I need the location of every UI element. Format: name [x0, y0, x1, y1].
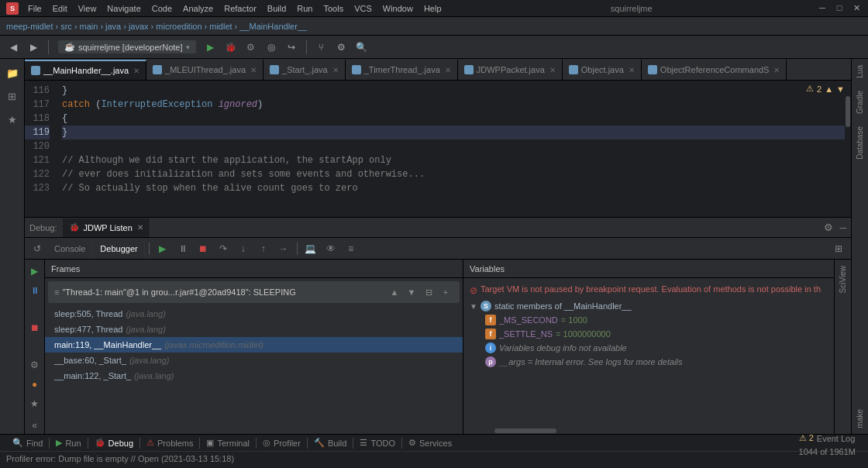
var-ms-second[interactable]: f _MS_SECOND = 1000 — [463, 313, 834, 327]
debug-layout[interactable]: ⊞ — [829, 239, 848, 258]
tab-object[interactable]: Object.java ✕ — [563, 60, 642, 80]
toolbar-forward[interactable]: ▶ — [25, 39, 42, 56]
tab-close-6[interactable]: ✕ — [773, 66, 780, 74]
debug-side-resume[interactable]: ▶ — [26, 263, 43, 280]
menu-vcs[interactable]: VCS — [350, 2, 377, 15]
editor-scrollbar[interactable] — [845, 81, 851, 217]
search-everywhere[interactable]: 🔍 — [353, 39, 370, 56]
tab-close-4[interactable]: ✕ — [549, 66, 556, 74]
debug-restart[interactable]: ↺ — [28, 239, 46, 258]
tab-close-1[interactable]: ✕ — [250, 66, 257, 74]
tab-objectref[interactable]: ObjectReferenceCommandS ✕ — [642, 60, 787, 80]
status-run[interactable]: ▶ Run — [50, 435, 87, 452]
right-tab-gradle[interactable]: Gradle — [852, 84, 867, 120]
debug-step-into[interactable]: ↓ — [234, 239, 253, 258]
variables-hscroll[interactable] — [463, 428, 834, 434]
tab-mleuithread[interactable]: _MLEUIThread_.java ✕ — [146, 60, 264, 80]
vcs-button[interactable]: ⑂ — [313, 39, 330, 56]
thread-filter[interactable]: ⊟ — [421, 284, 436, 300]
frame-4[interactable]: __main:122, _Start_ (java.lang) — [45, 368, 463, 384]
menu-analyze[interactable]: Analyze — [178, 2, 218, 15]
menu-tools[interactable]: Tools — [319, 2, 348, 15]
debug-evaluate[interactable]: 💻 — [301, 239, 320, 258]
frame-0[interactable]: sleep:505, Thread (java.lang) — [45, 306, 463, 322]
step-over[interactable]: ↪ — [283, 39, 300, 56]
debug-run-button[interactable]: 🐞 — [222, 39, 239, 56]
close-button[interactable]: ✕ — [851, 3, 862, 13]
frame-3[interactable]: __base:60, _Start_ (java.lang) — [45, 353, 463, 368]
tab-debugger[interactable]: Debugger — [94, 239, 144, 259]
status-build[interactable]: 🔨 Build — [308, 435, 353, 452]
right-tab-lua[interactable]: Lua — [852, 59, 867, 84]
settings-button[interactable]: ⚙ — [333, 39, 350, 56]
maximize-button[interactable]: □ — [834, 3, 845, 13]
thread-up[interactable]: ▲ — [387, 284, 402, 300]
breadcrumb-part-3[interactable]: java — [105, 22, 121, 31]
menu-help[interactable]: Help — [419, 2, 446, 15]
menu-window[interactable]: Window — [378, 2, 418, 15]
minimize-button[interactable]: ─ — [817, 3, 828, 13]
menu-refactor[interactable]: Refactor — [219, 2, 261, 15]
tab-close-0[interactable]: ✕ — [133, 67, 140, 75]
jdwp-close[interactable]: ✕ — [137, 223, 143, 232]
breadcrumb-part-6[interactable]: midlet — [209, 22, 232, 31]
menu-edit[interactable]: Edit — [48, 2, 72, 15]
tab-jdwppacket[interactable]: JDWPPacket.java ✕ — [458, 60, 563, 80]
status-debug[interactable]: 🐞 Debug — [88, 435, 140, 452]
tab-close-5[interactable]: ✕ — [629, 66, 635, 74]
thread-down[interactable]: ▼ — [404, 284, 419, 300]
tab-console[interactable]: Console — [48, 239, 92, 259]
breadcrumb-part-2[interactable]: main — [80, 22, 98, 31]
breadcrumb-part-0[interactable]: meep-midlet — [6, 22, 53, 31]
menu-run[interactable]: Run — [292, 2, 317, 15]
debug-side-expand[interactable]: « — [26, 417, 43, 434]
coverage-button[interactable]: ⚙ — [243, 39, 260, 56]
debug-stop[interactable]: ⏹ — [194, 239, 212, 258]
debug-side-stop[interactable]: ⏹ — [26, 319, 43, 336]
var-section[interactable]: ▼ S static members of __MainHandler__ — [463, 299, 834, 313]
tab-timerthread[interactable]: _TimerThread_.java ✕ — [346, 60, 458, 80]
right-tab-sciview[interactable]: SciView — [835, 260, 850, 299]
run-button[interactable]: ▶ — [202, 39, 219, 56]
status-event-log[interactable]: ⚠ 2 Event Log — [793, 430, 862, 447]
debug-side-breakpoints[interactable]: ● — [26, 376, 43, 393]
tab-close-3[interactable]: ✕ — [445, 66, 451, 74]
debug-side-more[interactable]: ★ — [26, 395, 43, 412]
debug-more[interactable]: ≡ — [342, 239, 360, 258]
breadcrumb-part-4[interactable]: javax — [129, 22, 149, 31]
tab-start[interactable]: _Start_.java ✕ — [264, 60, 346, 80]
debug-side-pause[interactable]: ⏸ — [26, 282, 43, 299]
debug-side-settings[interactable]: ⚙ — [26, 356, 43, 373]
debug-tab-jdwp[interactable]: 🐞 JDWP Listen ✕ — [63, 219, 150, 237]
debug-panel-close[interactable]: ─ — [839, 222, 846, 233]
right-tab-database[interactable]: Database — [852, 120, 867, 166]
sidebar-project[interactable]: 📁 — [2, 62, 23, 84]
menu-file[interactable]: File — [23, 2, 46, 15]
debug-step-out[interactable]: ↑ — [254, 239, 273, 258]
debug-resume[interactable]: ▶ — [153, 239, 172, 258]
menu-build[interactable]: Build — [263, 2, 291, 15]
debug-pause[interactable]: ⏸ — [174, 239, 192, 258]
status-todo[interactable]: ☰ TODO — [353, 435, 401, 452]
menu-navigate[interactable]: Navigate — [102, 2, 145, 15]
var-settle-ns[interactable]: f _SETTLE_NS = 1000000000 — [463, 327, 834, 341]
status-services[interactable]: ⚙ Services — [402, 435, 458, 452]
breadcrumb-part-5[interactable]: microedition — [156, 22, 202, 31]
menu-code[interactable]: Code — [147, 2, 177, 15]
tab-mainhandler[interactable]: __MainHandler__.java ✕ — [25, 60, 146, 80]
tab-close-2[interactable]: ✕ — [332, 66, 339, 74]
debug-watches[interactable]: 👁 — [322, 239, 340, 258]
toolbar-back[interactable]: ◀ — [5, 39, 22, 56]
debug-run-to-cursor[interactable]: → — [274, 239, 293, 258]
status-problems[interactable]: ⚠ Problems — [140, 435, 199, 452]
status-find[interactable]: 🔍 Find — [6, 435, 49, 452]
thread-selector[interactable]: ≡ "Thread-1: main"@1 in grou...r.jar#1@2… — [48, 281, 460, 303]
frame-1[interactable]: sleep:477, Thread (java.lang) — [45, 322, 463, 337]
profile-button[interactable]: ◎ — [263, 39, 280, 56]
right-tab-make[interactable]: make — [852, 403, 867, 434]
thread-add[interactable]: + — [438, 284, 453, 300]
frame-2[interactable]: main:119, __MainHandler__ (javax.microed… — [45, 337, 463, 353]
sidebar-structure[interactable]: ⊞ — [2, 85, 23, 107]
run-configuration[interactable]: ☕ squirreljme [developerNote] ▾ — [58, 40, 196, 53]
code-content[interactable]: } catch (InterruptedException ignored) {… — [56, 81, 845, 217]
